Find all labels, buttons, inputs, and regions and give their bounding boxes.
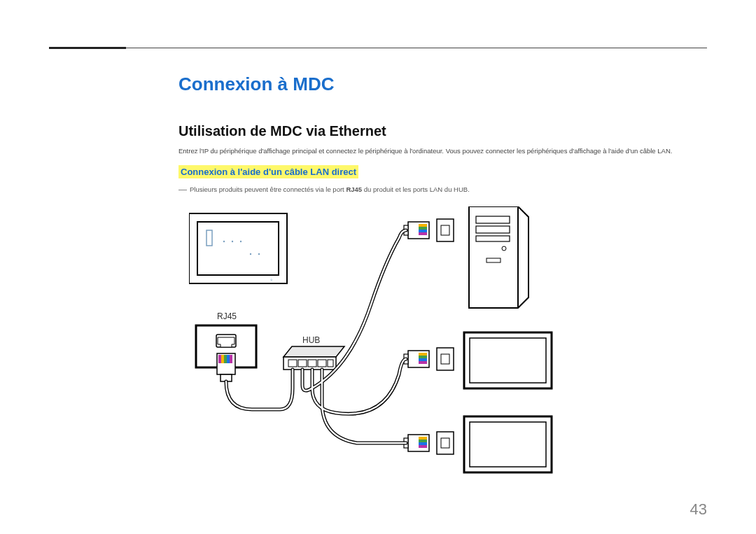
rj45-plug-bottom-icon [404, 432, 454, 454]
svg-rect-0 [189, 213, 287, 283]
svg-rect-52 [419, 442, 427, 445]
display-bottom-icon [464, 416, 552, 472]
svg-point-3 [223, 241, 225, 242]
content-area: Connexion à MDC Utilisation de MDC via E… [178, 73, 707, 204]
svg-rect-30 [470, 338, 546, 383]
svg-rect-32 [470, 422, 546, 467]
svg-rect-16 [230, 355, 232, 363]
diagram-svg: ⏚ [189, 206, 560, 486]
svg-rect-14 [224, 355, 227, 363]
svg-rect-35 [419, 227, 427, 230]
svg-rect-34 [419, 224, 427, 227]
rj45-label: RJ45 [217, 311, 237, 321]
note-text-part1: Plusieurs produits peuvent être connecté… [190, 185, 346, 193]
note-dash-icon: ― [178, 185, 187, 195]
svg-rect-55 [437, 432, 454, 454]
svg-rect-47 [437, 348, 454, 370]
note-text-bold: RJ45 [346, 185, 362, 193]
svg-rect-44 [419, 358, 427, 361]
svg-rect-19 [288, 360, 297, 367]
svg-rect-15 [227, 355, 230, 363]
header-rule [49, 48, 707, 48]
subheading-highlighted: Connexion à l'aide d'un câble LAN direct [178, 165, 358, 178]
hub-icon [284, 346, 344, 370]
page-number: 43 [690, 500, 707, 519]
section-subtitle: Utilisation de MDC via Ethernet [178, 123, 707, 139]
svg-point-4 [232, 241, 233, 242]
display-rear-icon: ⏚ [189, 213, 287, 283]
svg-point-5 [240, 241, 241, 242]
svg-rect-50 [419, 437, 427, 440]
svg-rect-45 [419, 361, 427, 364]
svg-rect-21 [308, 360, 316, 367]
svg-rect-20 [298, 360, 307, 367]
intro-paragraph: Entrez l'IP du périphérique d'affichage … [178, 146, 707, 155]
svg-rect-42 [419, 353, 427, 356]
svg-rect-13 [221, 355, 224, 363]
note-text: ―Plusieurs produits peuvent être connect… [178, 184, 707, 194]
svg-rect-53 [419, 445, 427, 448]
svg-point-6 [250, 253, 251, 255]
connection-diagram: ⏚ [189, 206, 560, 486]
svg-rect-43 [419, 356, 427, 358]
page-title: Connexion à MDC [178, 73, 707, 95]
display-mid-icon [464, 332, 552, 388]
rj45-plug-pc-icon [404, 219, 454, 241]
rj45-plug-main-icon [217, 353, 235, 381]
svg-rect-51 [419, 440, 427, 442]
svg-rect-22 [318, 360, 326, 367]
note-text-part2: du produit et les ports LAN du HUB. [362, 185, 470, 193]
rj45-plug-mid-icon [404, 348, 454, 370]
svg-text:⏚: ⏚ [270, 277, 273, 281]
svg-rect-12 [218, 355, 221, 363]
svg-point-7 [258, 253, 260, 255]
svg-rect-36 [419, 230, 427, 232]
svg-rect-39 [437, 219, 454, 241]
header-rule-bold [49, 47, 126, 49]
hub-label: HUB [302, 335, 320, 345]
svg-rect-37 [419, 232, 427, 235]
pc-tower-icon [469, 206, 528, 308]
svg-rect-23 [328, 360, 333, 367]
